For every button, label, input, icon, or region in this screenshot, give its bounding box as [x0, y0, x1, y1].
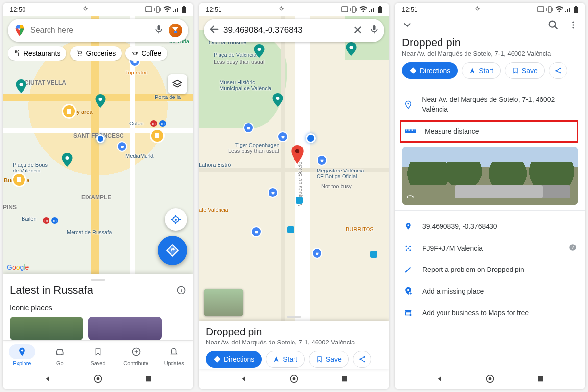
metro-icon[interactable]: m: [42, 217, 50, 224]
bus-stop-icon[interactable]: [370, 251, 377, 258]
svg-point-11: [20, 83, 23, 86]
start-button[interactable]: Start: [462, 62, 501, 79]
search-icon[interactable]: [548, 20, 559, 32]
bus-stop-icon[interactable]: [296, 197, 303, 204]
drag-handle[interactable]: [287, 316, 301, 318]
directions-fab[interactable]: [158, 236, 187, 265]
pluscode-row[interactable]: FJ9F+J7M Valencia ?: [402, 237, 578, 259]
poi-pin-icon[interactable]: [16, 79, 26, 93]
svg-rect-50: [538, 7, 544, 12]
busy-area-marker[interactable]: [62, 104, 76, 119]
shop-pin-icon[interactable]: [117, 141, 127, 152]
shop-pin-icon[interactable]: [268, 187, 278, 198]
drag-handle[interactable]: [91, 279, 105, 281]
search-input[interactable]: [30, 26, 150, 35]
clear-icon[interactable]: ✕: [350, 24, 366, 37]
share-button[interactable]: [549, 62, 567, 79]
dropped-pin-icon[interactable]: [291, 145, 304, 164]
status-icons: [537, 6, 578, 13]
detail-content[interactable]: Dropped pin Near Av. del Marqués de Sote…: [395, 36, 585, 369]
shop-pin-icon[interactable]: [277, 131, 288, 142]
nav-updates[interactable]: Updates: [155, 341, 193, 369]
poi-pin-icon[interactable]: [95, 94, 106, 108]
layers-button[interactable]: [168, 74, 187, 94]
mic-icon[interactable]: [154, 24, 164, 37]
shop-pin-icon[interactable]: [317, 155, 327, 166]
metro-icon[interactable]: m: [51, 217, 59, 224]
save-button[interactable]: Save: [505, 62, 545, 79]
info-icon[interactable]: [176, 285, 186, 295]
recents-button[interactable]: [143, 374, 154, 385]
coordinates-row[interactable]: 39.4690839, -0.3768430: [402, 216, 578, 237]
nav-go[interactable]: Go: [41, 341, 79, 369]
add-missing-row[interactable]: Add a missing place: [402, 280, 578, 302]
search-input[interactable]: [223, 25, 346, 35]
home-button[interactable]: [93, 374, 103, 385]
my-location-button[interactable]: [165, 208, 187, 231]
directions-button[interactable]: Directions: [402, 62, 458, 79]
busy-area-marker[interactable]: [12, 172, 26, 187]
iconic-places-row[interactable]: [10, 317, 186, 340]
collapse-icon[interactable]: [402, 20, 413, 32]
chip-restaurants[interactable]: Restaurants: [8, 46, 66, 61]
back-button[interactable]: [43, 374, 53, 385]
iconic-card[interactable]: [88, 317, 162, 340]
shop-pin-icon[interactable]: [243, 122, 254, 133]
streetview-preview[interactable]: [402, 147, 578, 205]
btn-label: Save: [522, 67, 538, 74]
dropped-pin-sheet[interactable]: Dropped pin Near Av. del Marqués de Sote…: [199, 321, 389, 369]
bookmark-icon: [94, 347, 102, 357]
metro-icon[interactable]: m: [150, 120, 158, 127]
chip-coffee[interactable]: Coffee: [125, 46, 167, 61]
help-icon[interactable]: ?: [568, 243, 577, 253]
account-avatar[interactable]: [168, 23, 183, 38]
add-business-row[interactable]: Add your business to Maps for free: [402, 302, 578, 323]
poi-pin-icon[interactable]: [62, 153, 73, 167]
status-gps-icon: [474, 6, 480, 13]
battery-icon: [182, 6, 186, 13]
report-problem-row[interactable]: Report a problem on Dropped pin: [402, 259, 578, 280]
nav-explore[interactable]: Explore: [3, 341, 41, 369]
navigate-icon: [273, 356, 280, 363]
vibrate-icon: [350, 6, 357, 13]
address-row[interactable]: Near Av. del Marqués de Sotelo, 7-1, 460…: [402, 89, 578, 120]
vibrate-icon: [154, 6, 161, 13]
measure-distance-row[interactable]: Measure distance: [402, 122, 576, 140]
shop-pin-icon[interactable]: [312, 248, 322, 259]
wifi-icon: [163, 6, 171, 12]
signal-icon: [369, 6, 376, 12]
latest-title: Latest in Russafa: [10, 284, 93, 296]
shop-pin-icon[interactable]: [251, 226, 262, 237]
chip-groceries[interactable]: Groceries: [70, 46, 122, 61]
back-icon[interactable]: [209, 24, 220, 37]
poi-pin-icon[interactable]: [346, 42, 357, 56]
back-button[interactable]: [435, 374, 445, 385]
latest-sheet[interactable]: Latest in Russafa Iconic places: [3, 274, 193, 340]
metro-icon[interactable]: m: [159, 120, 167, 127]
car-icon: [54, 347, 65, 357]
search-bar[interactable]: [8, 19, 188, 42]
back-button[interactable]: [239, 374, 249, 385]
poi-pin-icon[interactable]: [254, 44, 265, 58]
directions-icon: [166, 244, 179, 257]
start-button[interactable]: Start: [266, 351, 305, 368]
recents-button[interactable]: [339, 374, 350, 385]
home-button[interactable]: [289, 374, 299, 385]
overflow-menu-icon[interactable]: [568, 20, 578, 32]
busy-area-marker[interactable]: [150, 128, 165, 143]
save-button[interactable]: Save: [309, 351, 349, 368]
sheet-subtitle: Near Av. del Marqués de Sotelo, 7-1, 460…: [206, 339, 382, 346]
bus-stop-icon[interactable]: [287, 226, 294, 233]
streetview-thumbnail[interactable]: [204, 289, 243, 316]
mic-icon[interactable]: [369, 24, 379, 37]
nav-contribute[interactable]: Contribute: [117, 341, 155, 369]
home-button[interactable]: [485, 374, 495, 385]
iconic-card[interactable]: [10, 317, 83, 340]
streetview-icon: [406, 192, 415, 202]
directions-button[interactable]: Directions: [206, 351, 262, 368]
recents-button[interactable]: [535, 374, 546, 385]
poi-pin-icon[interactable]: [272, 93, 283, 107]
share-button[interactable]: [353, 351, 371, 368]
search-bar[interactable]: ✕: [204, 19, 384, 42]
nav-saved[interactable]: Saved: [79, 341, 117, 369]
